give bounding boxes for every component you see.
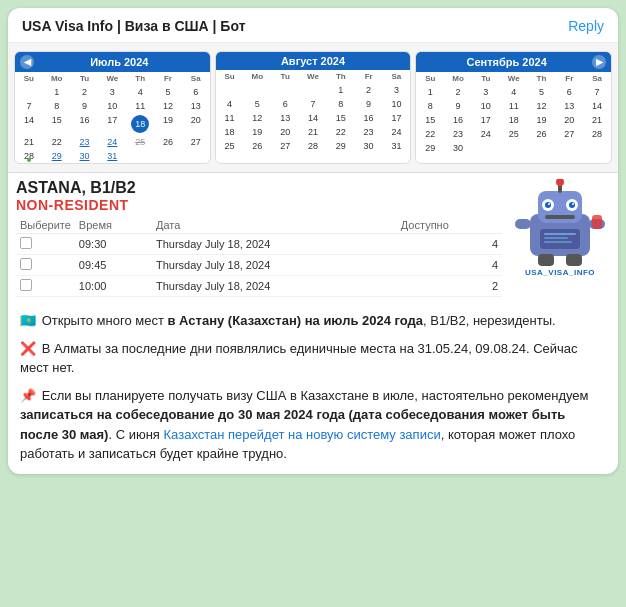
cal-day-cell[interactable]: 26 (243, 139, 271, 153)
cal-day-cell[interactable]: 3 (472, 85, 500, 99)
cal-day-cell[interactable]: 18 (500, 113, 528, 127)
cal-day-cell[interactable]: 31 (98, 149, 126, 163)
cal-day-cell[interactable]: 17 (383, 111, 411, 125)
cal-day-cell[interactable]: 23 (71, 135, 99, 149)
message-text-part[interactable]: Казахстан перейдет на новую систему запи… (164, 427, 441, 442)
cal-day-cell[interactable]: 14 (583, 99, 611, 113)
cal-day-cell[interactable]: 15 (327, 111, 355, 125)
cal-day-cell[interactable]: 5 (154, 85, 182, 99)
cal-day-cell[interactable]: 6 (271, 97, 299, 111)
cal-day-cell[interactable]: 29 (43, 149, 71, 163)
cal-day-cell[interactable]: 14 (299, 111, 327, 125)
cal-day-cell[interactable]: 13 (555, 99, 583, 113)
cal-day-cell[interactable]: 25 (500, 127, 528, 141)
cal-day-cell[interactable]: 14 (15, 113, 43, 135)
cal-day-cell[interactable]: 22 (43, 135, 71, 149)
cal-day-cell[interactable]: 16 (71, 113, 99, 135)
cal-day-cell[interactable]: 11 (500, 99, 528, 113)
cal-day-cell[interactable]: 5 (528, 85, 556, 99)
cal-day-cell[interactable]: 30 (444, 141, 472, 155)
cal-day-cell[interactable]: 20 (555, 113, 583, 127)
cal-day-cell[interactable]: 22 (327, 125, 355, 139)
cal-day-cell[interactable]: 2 (355, 83, 383, 97)
cal-day-cell[interactable]: 7 (15, 99, 43, 113)
cal-day-cell[interactable]: 16 (355, 111, 383, 125)
cal-day-cell[interactable]: 8 (327, 97, 355, 111)
cal-day-cell[interactable]: 22 (416, 127, 444, 141)
cal-day-cell[interactable]: 9 (355, 97, 383, 111)
cal-dow: Fr (355, 70, 383, 83)
cal-day-cell[interactable]: 28 (299, 139, 327, 153)
cal-day-cell[interactable]: 15 (416, 113, 444, 127)
cal-day-cell[interactable]: 24 (98, 135, 126, 149)
cal-day-cell[interactable]: 10 (383, 97, 411, 111)
cal-day-cell[interactable]: 29 (416, 141, 444, 155)
cal-day-cell[interactable]: 27 (182, 135, 210, 149)
cal-day-cell[interactable]: 19 (154, 113, 182, 135)
cal-day-cell[interactable]: 17 (98, 113, 126, 135)
cal-day-cell[interactable]: 4 (126, 85, 154, 99)
cal-day-cell[interactable]: 6 (555, 85, 583, 99)
cal-day-cell[interactable]: 2 (71, 85, 99, 99)
cal-next-button[interactable]: ▶ (592, 55, 606, 69)
cal-day-cell[interactable]: 7 (299, 97, 327, 111)
cal-day-cell[interactable]: 18 (126, 113, 154, 135)
slot-checkbox[interactable] (20, 237, 32, 249)
cal-day-cell[interactable]: 8 (43, 99, 71, 113)
cal-day-cell[interactable]: 21 (583, 113, 611, 127)
cal-day-cell[interactable]: 16 (444, 113, 472, 127)
cal-day-cell[interactable]: 12 (528, 99, 556, 113)
cal-prev-button[interactable]: ◀ (20, 55, 34, 69)
cal-day-cell[interactable]: 15 (43, 113, 71, 135)
cal-day-cell[interactable]: 29 (327, 139, 355, 153)
cal-day-cell[interactable]: 1 (43, 85, 71, 99)
cal-day-cell[interactable]: 28 (15, 149, 43, 163)
cal-day-cell[interactable]: 6 (182, 85, 210, 99)
cal-day-cell[interactable]: 10 (98, 99, 126, 113)
cal-day-cell[interactable]: 13 (271, 111, 299, 125)
cal-day-cell[interactable]: 1 (327, 83, 355, 97)
cal-day-cell[interactable]: 1 (416, 85, 444, 99)
slot-checkbox[interactable] (20, 258, 32, 270)
cal-day-cell[interactable]: 23 (444, 127, 472, 141)
cal-day-cell[interactable]: 25 (126, 135, 154, 149)
cal-day-cell[interactable]: 27 (555, 127, 583, 141)
cal-day-cell[interactable]: 20 (182, 113, 210, 135)
cal-day-cell[interactable]: 28 (583, 127, 611, 141)
cal-day-cell[interactable]: 9 (71, 99, 99, 113)
cal-day-cell[interactable]: 4 (216, 97, 244, 111)
cal-day-cell[interactable]: 3 (98, 85, 126, 99)
cal-day-cell[interactable]: 8 (416, 99, 444, 113)
cal-day-cell[interactable]: 26 (154, 135, 182, 149)
cal-day-cell[interactable]: 25 (216, 139, 244, 153)
cal-day-cell[interactable]: 24 (472, 127, 500, 141)
cal-day-cell[interactable]: 30 (71, 149, 99, 163)
cal-day-cell[interactable]: 18 (216, 125, 244, 139)
cal-day-cell[interactable]: 10 (472, 99, 500, 113)
cal-day-cell[interactable]: 9 (444, 99, 472, 113)
cal-day-cell[interactable]: 19 (243, 125, 271, 139)
cal-day-cell[interactable]: 2 (444, 85, 472, 99)
cal-day-cell[interactable]: 23 (355, 125, 383, 139)
cal-day-cell[interactable]: 30 (355, 139, 383, 153)
cal-day-cell[interactable]: 31 (383, 139, 411, 153)
cal-day-cell[interactable]: 3 (383, 83, 411, 97)
cal-day-cell[interactable]: 5 (243, 97, 271, 111)
cal-day-cell[interactable]: 24 (383, 125, 411, 139)
cal-day-cell[interactable]: 7 (583, 85, 611, 99)
cal-day-cell[interactable]: 4 (500, 85, 528, 99)
cal-day-cell[interactable]: 26 (528, 127, 556, 141)
cal-day-cell[interactable]: 11 (126, 99, 154, 113)
cal-day-cell[interactable]: 27 (271, 139, 299, 153)
slot-checkbox[interactable] (20, 279, 32, 291)
cal-day-cell[interactable]: 21 (15, 135, 43, 149)
cal-day-cell[interactable]: 21 (299, 125, 327, 139)
cal-day-cell[interactable]: 20 (271, 125, 299, 139)
cal-day-cell[interactable]: 17 (472, 113, 500, 127)
cal-day-cell[interactable]: 11 (216, 111, 244, 125)
reply-button[interactable]: Reply (568, 18, 604, 34)
cal-day-cell[interactable]: 12 (154, 99, 182, 113)
cal-day-cell[interactable]: 19 (528, 113, 556, 127)
cal-day-cell[interactable]: 12 (243, 111, 271, 125)
cal-day-cell[interactable]: 13 (182, 99, 210, 113)
